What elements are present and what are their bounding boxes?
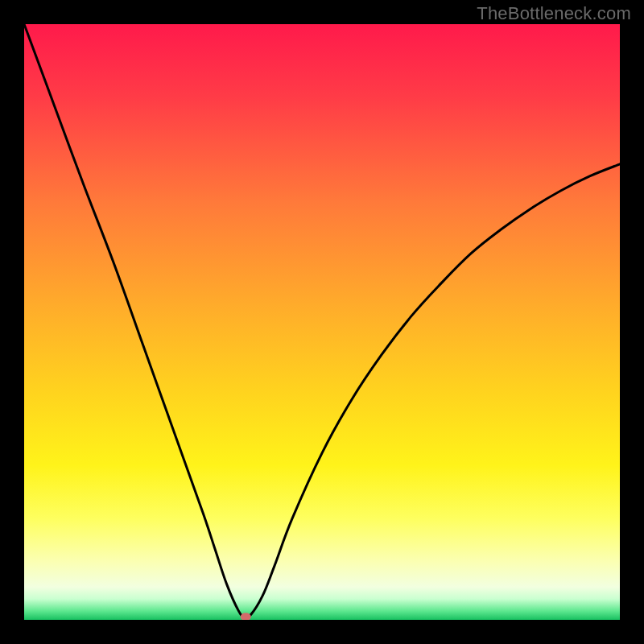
bottleneck-chart <box>24 24 620 620</box>
chart-frame: TheBottleneck.com <box>0 0 644 644</box>
watermark-text: TheBottleneck.com <box>477 3 631 24</box>
chart-background <box>24 24 620 620</box>
